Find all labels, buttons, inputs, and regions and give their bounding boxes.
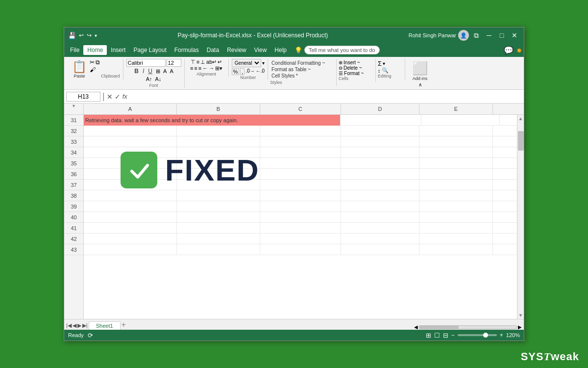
- cell-a41[interactable]: [84, 223, 177, 234]
- cell-c33[interactable]: [260, 136, 341, 147]
- wrap-text-icon[interactable]: ↵: [218, 59, 222, 65]
- menu-formulas[interactable]: Formulas: [171, 45, 203, 55]
- cell-e38[interactable]: [419, 190, 493, 201]
- row-32[interactable]: 32: [64, 126, 83, 136]
- h-scroll-left-icon[interactable]: ◀: [414, 324, 418, 330]
- refresh-icon[interactable]: ⟳: [88, 332, 93, 339]
- row-41[interactable]: 41: [64, 223, 83, 234]
- cell-c42[interactable]: [260, 234, 341, 244]
- row-40[interactable]: 40: [64, 212, 83, 223]
- tell-me-box[interactable]: Tell me what you want to do: [304, 46, 380, 54]
- align-left-icon[interactable]: ≡: [190, 65, 193, 72]
- cell-b41[interactable]: [177, 223, 260, 234]
- merge-center-icon[interactable]: ⊞▾: [215, 65, 222, 72]
- cell-d35[interactable]: [341, 158, 419, 169]
- cell-d42[interactable]: [341, 234, 419, 244]
- cell-a32[interactable]: [84, 126, 177, 136]
- cell-a36[interactable]: [84, 169, 177, 180]
- zoom-in-icon[interactable]: +: [500, 332, 503, 339]
- cell-d39[interactable]: [341, 201, 419, 212]
- format-button[interactable]: ☰ Format ~: [339, 71, 373, 76]
- customize-icon[interactable]: ▾: [95, 33, 97, 38]
- zoom-out-icon[interactable]: −: [451, 332, 455, 339]
- cell-a38[interactable]: [84, 190, 177, 201]
- indent-increase-icon[interactable]: →: [209, 65, 214, 72]
- cell-d32[interactable]: [341, 126, 419, 136]
- cell-c40[interactable]: [260, 212, 341, 223]
- cell-e35[interactable]: [419, 158, 493, 169]
- comment-icon[interactable]: 💬: [504, 46, 514, 55]
- find-icon[interactable]: 🔍: [382, 67, 389, 74]
- menu-view[interactable]: View: [250, 45, 271, 55]
- h-scroll-right-icon[interactable]: ▶: [518, 324, 522, 330]
- font-size-input[interactable]: [167, 59, 181, 67]
- cell-a37[interactable]: [84, 180, 177, 190]
- delete-button[interactable]: ⊖ Delete ~: [339, 65, 373, 71]
- row-43[interactable]: 43: [64, 244, 83, 255]
- cancel-entry-icon[interactable]: ✕: [107, 93, 113, 101]
- decrease-decimal-icon[interactable]: ←.0: [256, 68, 265, 75]
- ribbon-collapse-icon[interactable]: ∧: [418, 82, 422, 87]
- cell-e41[interactable]: [419, 223, 493, 234]
- scroll-thumb[interactable]: [518, 131, 524, 151]
- format-painter-icon[interactable]: 🖌: [90, 66, 100, 73]
- border-icon[interactable]: ⊞: [155, 68, 161, 75]
- cell-a39[interactable]: [84, 201, 177, 212]
- name-box[interactable]: [66, 92, 100, 102]
- cell-e43[interactable]: [419, 244, 493, 255]
- cell-e40[interactable]: [419, 212, 493, 223]
- confirm-entry-icon[interactable]: ✓: [115, 93, 121, 101]
- row-31[interactable]: 31: [64, 115, 83, 126]
- row-38[interactable]: 38: [64, 190, 83, 201]
- redo-icon[interactable]: ↪: [87, 32, 92, 39]
- number-format-dropdown-icon[interactable]: ▾: [262, 60, 265, 66]
- copy-icon[interactable]: ⧉: [96, 59, 100, 66]
- sheet-tab-sheet1[interactable]: Sheet1: [89, 321, 121, 330]
- cell-a43[interactable]: [84, 244, 177, 255]
- cell-d40[interactable]: [341, 212, 419, 223]
- cell-a40[interactable]: [84, 212, 177, 223]
- window-close-icon[interactable]: ✕: [509, 30, 520, 41]
- cell-e34[interactable]: [419, 147, 493, 158]
- underline-button[interactable]: U: [147, 67, 154, 75]
- increase-font-icon[interactable]: A↑: [145, 76, 153, 82]
- cell-d38[interactable]: [341, 190, 419, 201]
- cell-e37[interactable]: [419, 180, 493, 190]
- cell-b35[interactable]: [177, 158, 260, 169]
- row-33[interactable]: 33: [64, 136, 83, 147]
- sheet-last-icon[interactable]: ▶|: [82, 322, 88, 329]
- cell-c37[interactable]: [260, 180, 341, 190]
- undo-icon[interactable]: ↩: [79, 32, 84, 39]
- row-39[interactable]: 39: [64, 201, 83, 212]
- sheet-next-icon[interactable]: ▶: [77, 322, 81, 329]
- cell-c34[interactable]: [260, 147, 341, 158]
- window-minimize-icon[interactable]: ─: [484, 30, 494, 41]
- window-restore-icon[interactable]: ⧉: [471, 30, 482, 41]
- cell-a35[interactable]: [84, 158, 177, 169]
- col-header-e[interactable]: E: [419, 104, 493, 114]
- cell-c43[interactable]: [260, 244, 341, 255]
- menu-help[interactable]: Help: [270, 45, 291, 55]
- align-center-icon[interactable]: ≡: [194, 65, 197, 72]
- cell-b42[interactable]: [177, 234, 260, 244]
- menu-file[interactable]: File: [66, 45, 83, 55]
- page-layout-view-icon[interactable]: ☐: [434, 332, 440, 339]
- addins-button[interactable]: ⬜ Add-ins: [409, 60, 431, 82]
- menu-home[interactable]: Home: [83, 45, 107, 55]
- cell-b32[interactable]: [177, 126, 260, 136]
- insert-button[interactable]: ⊕ Insert ~: [339, 60, 373, 65]
- row-36[interactable]: 36: [64, 169, 83, 180]
- format-as-table-button[interactable]: Format as Table ~: [270, 66, 334, 73]
- cell-c38[interactable]: [260, 190, 341, 201]
- horizontal-scrollbar[interactable]: [419, 325, 517, 329]
- menu-insert[interactable]: Insert: [107, 45, 129, 55]
- cell-b33[interactable]: [177, 136, 260, 147]
- cell-a31[interactable]: Retrieving data. wait a few seconds and …: [84, 115, 341, 126]
- cell-b37[interactable]: [177, 180, 260, 190]
- menu-data[interactable]: Data: [203, 45, 223, 55]
- cell-e33[interactable]: [419, 136, 493, 147]
- page-break-view-icon[interactable]: ⊟: [443, 332, 448, 339]
- col-header-a[interactable]: A: [84, 104, 177, 114]
- sheet-prev-icon[interactable]: ◀: [73, 322, 76, 329]
- cell-styles-button[interactable]: Cell Styles *: [270, 73, 334, 79]
